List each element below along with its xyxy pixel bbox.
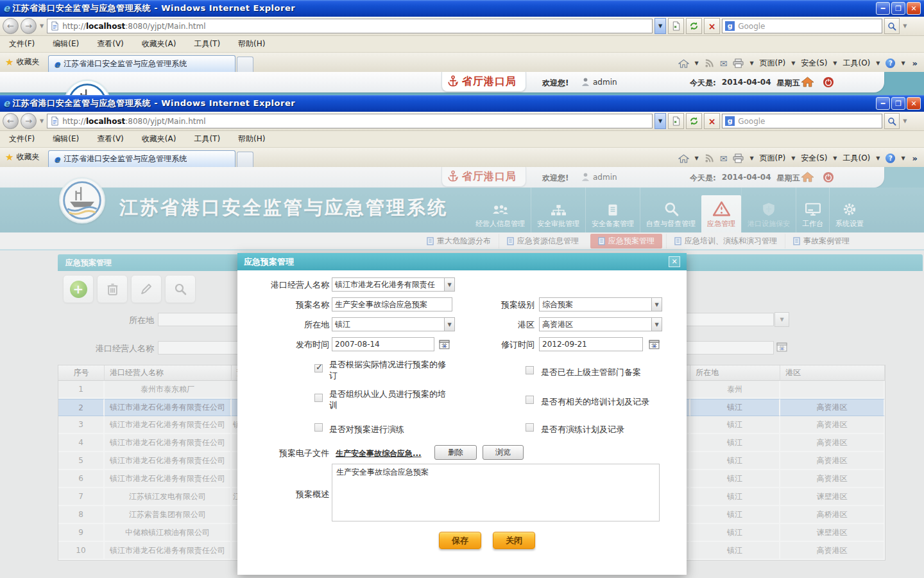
add-button[interactable]: + (63, 275, 94, 303)
address-dropdown-button[interactable]: ▼ (654, 113, 666, 129)
revise-calendar-icon[interactable] (648, 338, 660, 350)
refresh-button[interactable] (686, 18, 702, 34)
checkbox-filed-superior[interactable] (526, 366, 534, 374)
subnav-item-应急预案管理[interactable]: 应急预案管理 (590, 234, 662, 249)
print-dropdown-icon[interactable]: ▼ (749, 60, 753, 66)
menu-查看(V)[interactable]: 查看(V) (97, 39, 124, 49)
favorites-label[interactable]: 收藏夹 (16, 57, 39, 67)
menu-收藏夹(A)[interactable]: 收藏夹(A) (142, 39, 176, 49)
close-button[interactable]: ✕ (907, 2, 921, 15)
page-menu[interactable]: 页面(P) (760, 58, 786, 69)
toolbar-overflow-icon[interactable]: » (912, 153, 918, 163)
menu-编辑(E)[interactable]: 编辑(E) (53, 39, 79, 49)
search-button[interactable] (165, 275, 196, 303)
location-select[interactable]: 镇江 (332, 317, 445, 331)
checkbox-training-records[interactable] (526, 396, 534, 404)
menu-查看(V)[interactable]: 查看(V) (97, 134, 124, 144)
publish-date-input[interactable]: 2007-08-14 (332, 337, 434, 351)
plan-level-dropdown-icon[interactable]: ▼ (652, 297, 662, 311)
power-icon[interactable] (823, 76, 834, 88)
help-icon[interactable]: ? (886, 58, 895, 68)
menu-文件(F)[interactable]: 文件(F) (9, 39, 35, 49)
browser-tab[interactable]: e 江苏省港口安全监管与应急管理系统 (48, 55, 235, 72)
checkbox-drill-records[interactable] (526, 423, 534, 432)
window-titlebar[interactable]: e 江苏省港口安全监管与应急管理系统 - Windows Internet Ex… (0, 0, 924, 17)
plan-level-select[interactable]: 综合预案 (539, 297, 652, 311)
nav-item-系统设置[interactable]: 系统设置 (829, 188, 869, 232)
plan-file-link[interactable]: 生产安全事故综合应急... (336, 448, 422, 459)
nav-item-应急管理[interactable]: 应急管理 (701, 195, 741, 232)
subnav-item-应急培训、演练和演习管理[interactable]: 应急培训、演练和演习管理 (666, 234, 785, 249)
operator-select[interactable]: 镇江市港龙石化港务有限责任 (332, 277, 445, 292)
minimize-button[interactable]: ━ (876, 97, 890, 110)
checkbox-drill[interactable] (314, 423, 323, 432)
home-dropdown-icon[interactable]: ▼ (695, 155, 699, 161)
minimize-button[interactable]: ━ (876, 2, 890, 15)
page-menu[interactable]: 页面(P) (760, 153, 786, 164)
close-dialog-button[interactable]: 关闭 (493, 532, 535, 549)
toolbar-overflow-icon[interactable]: » (912, 58, 918, 68)
edit-button[interactable] (131, 275, 162, 303)
port-area-select[interactable]: 高资港区 (539, 317, 652, 331)
favorites-star-icon[interactable]: ★ (5, 57, 13, 68)
power-icon[interactable] (823, 171, 834, 183)
address-input[interactable]: http://localhost:8080/yjpt/Main.html (47, 114, 653, 128)
menu-文件(F)[interactable]: 文件(F) (9, 134, 35, 144)
rss-icon[interactable] (705, 58, 714, 68)
filter-dropdown-button[interactable]: ▼ (774, 312, 789, 327)
checkbox-staff-training[interactable] (314, 394, 323, 402)
nav-item-工作台[interactable]: 工作台 (796, 188, 829, 232)
home-toolbar-icon[interactable] (678, 58, 689, 69)
home-icon[interactable] (801, 171, 814, 183)
nav-item-安全备案管理[interactable]: 安全备案管理 (585, 188, 640, 232)
close-button[interactable]: ✕ (907, 97, 921, 110)
delete-button[interactable] (97, 275, 128, 303)
port-area-dropdown-icon[interactable]: ▼ (652, 317, 662, 331)
subnav-item-重大危险源分布[interactable]: 重大危险源分布 (419, 234, 499, 249)
safety-menu[interactable]: 安全(S) (801, 153, 827, 164)
menu-编辑(E)[interactable]: 编辑(E) (53, 134, 79, 144)
browser-tab[interactable]: e 江苏省港口安全监管与应急管理系统 (48, 150, 235, 167)
search-button[interactable] (884, 18, 900, 34)
nav-item-自查与督查管理[interactable]: 自查与督查管理 (640, 188, 701, 232)
tools-menu[interactable]: 工具(O) (843, 58, 870, 69)
revise-date-input[interactable]: 2012-09-21 (539, 337, 643, 351)
search-dropdown-icon[interactable]: ▼ (903, 23, 907, 29)
new-tab-stub[interactable] (237, 152, 253, 167)
filter-calendar-icon[interactable] (776, 341, 788, 353)
back-button[interactable]: ← (3, 113, 19, 129)
plan-name-input[interactable]: 生产安全事故综合应急预案 (332, 297, 452, 311)
checkbox-plan-revision[interactable] (314, 364, 323, 372)
mail-icon[interactable]: ✉ (720, 58, 728, 69)
maximize-button[interactable]: ❐ (891, 97, 905, 110)
tools-menu[interactable]: 工具(O) (843, 153, 870, 164)
stop-button[interactable]: × (704, 18, 720, 34)
save-button[interactable]: 保存 (439, 532, 481, 549)
search-input[interactable]: g Google (722, 114, 882, 128)
forward-button[interactable]: → (21, 113, 37, 129)
home-dropdown-icon[interactable]: ▼ (695, 60, 699, 66)
subnav-item-应急资源信息管理[interactable]: 应急资源信息管理 (499, 234, 586, 249)
browse-file-button[interactable]: 浏览 (483, 445, 524, 460)
menu-收藏夹(A)[interactable]: 收藏夹(A) (142, 134, 176, 144)
subnav-item-事故案例管理[interactable]: 事故案例管理 (785, 234, 857, 249)
window-titlebar[interactable]: e 江苏省港口安全监管与应急管理系统 - Windows Internet Ex… (0, 95, 924, 112)
nav-item-经营人信息管理[interactable]: 经营人信息管理 (470, 188, 531, 232)
address-dropdown-button[interactable]: ▼ (654, 18, 666, 34)
stop-button[interactable]: × (704, 113, 720, 129)
safety-menu[interactable]: 安全(S) (801, 58, 827, 69)
menu-工具(T)[interactable]: 工具(T) (194, 134, 220, 144)
search-button[interactable] (884, 113, 900, 129)
compatibility-view-button[interactable] (668, 113, 684, 129)
delete-file-button[interactable]: 删除 (434, 445, 477, 460)
menu-帮助(H)[interactable]: 帮助(H) (238, 134, 265, 144)
operator-dropdown-icon[interactable]: ▼ (445, 277, 455, 292)
compatibility-view-button[interactable] (668, 18, 684, 34)
history-dropdown-icon[interactable]: ▼ (40, 118, 44, 124)
search-input[interactable]: g Google (722, 19, 882, 33)
summary-textarea[interactable] (332, 464, 660, 521)
forward-button[interactable]: → (21, 18, 37, 34)
search-dropdown-icon[interactable]: ▼ (903, 118, 907, 124)
print-dropdown-icon[interactable]: ▼ (749, 155, 753, 161)
rss-icon[interactable] (705, 153, 714, 163)
